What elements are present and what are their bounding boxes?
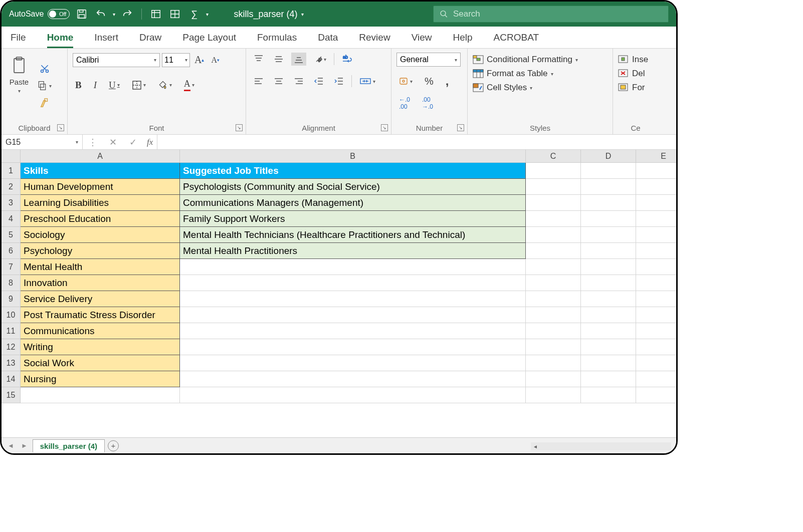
column-header-D[interactable]: D xyxy=(581,150,636,163)
select-all-corner[interactable] xyxy=(2,150,21,163)
cell-E14[interactable] xyxy=(636,371,676,387)
number-dialog-launcher[interactable]: ↘ xyxy=(457,124,464,131)
row-header-9[interactable]: 9 xyxy=(2,291,21,307)
cell-B9[interactable] xyxy=(180,291,526,307)
fx-icon[interactable]: fx xyxy=(143,137,157,147)
clipboard-dialog-launcher[interactable]: ↘ xyxy=(57,124,64,131)
cell-B1[interactable]: Suggested Job Titles xyxy=(180,163,526,179)
cell-B4[interactable]: Family Support Workers xyxy=(180,211,526,227)
cell-A4[interactable]: Preschool Education xyxy=(21,211,180,227)
column-header-E[interactable]: E xyxy=(636,150,676,163)
row-header-12[interactable]: 12 xyxy=(2,339,21,355)
cell-D4[interactable] xyxy=(581,211,636,227)
row-header-8[interactable]: 8 xyxy=(2,275,21,291)
font-color-button[interactable]: A▾ xyxy=(181,77,197,93)
format-cells-button[interactable]: For xyxy=(618,81,653,95)
cell-D15[interactable] xyxy=(581,387,636,403)
cell-A14[interactable]: Nursing xyxy=(21,371,180,387)
insert-cells-button[interactable]: Inse xyxy=(618,53,653,67)
fb-more-icon[interactable]: ⋮ xyxy=(83,137,103,148)
cell-D13[interactable] xyxy=(581,355,636,371)
increase-indent-icon[interactable] xyxy=(331,75,346,88)
align-right-icon[interactable] xyxy=(291,75,306,88)
row-header-14[interactable]: 14 xyxy=(2,371,21,387)
cell-A2[interactable]: Human Development xyxy=(21,179,180,195)
number-format-select[interactable]: General▾ xyxy=(396,53,461,67)
cell-C2[interactable] xyxy=(526,179,581,195)
conditional-formatting-button[interactable]: Conditional Formatting▾ xyxy=(473,53,608,67)
copy-icon[interactable]: ▾ xyxy=(35,79,54,92)
tab-data[interactable]: Data xyxy=(318,32,338,48)
align-left-icon[interactable] xyxy=(251,75,266,88)
bold-button[interactable]: B xyxy=(73,78,84,92)
search-input[interactable] xyxy=(453,9,662,19)
row-header-6[interactable]: 6 xyxy=(2,243,21,259)
cell-E6[interactable] xyxy=(636,243,676,259)
cell-D11[interactable] xyxy=(581,323,636,339)
decrease-decimal-icon[interactable]: .00→.0 xyxy=(420,95,436,112)
redo-icon[interactable] xyxy=(120,7,134,21)
cancel-formula-icon[interactable]: ✕ xyxy=(103,137,123,148)
cell-E12[interactable] xyxy=(636,339,676,355)
row-header-5[interactable]: 5 xyxy=(2,227,21,243)
cell-A1[interactable]: Skills xyxy=(21,163,180,179)
font-name-select[interactable]: Calibri▾ xyxy=(73,53,160,67)
align-top-icon[interactable] xyxy=(251,53,266,66)
enter-formula-icon[interactable]: ✓ xyxy=(123,137,143,148)
row-header-7[interactable]: 7 xyxy=(2,259,21,275)
spreadsheet-grid[interactable]: ABCDE 123456789101112131415 SkillsSugges… xyxy=(2,150,676,436)
cell-E2[interactable] xyxy=(636,179,676,195)
cell-D1[interactable] xyxy=(581,163,636,179)
underline-button[interactable]: U▾ xyxy=(106,78,122,92)
italic-button[interactable]: I xyxy=(91,78,99,92)
cell-E10[interactable] xyxy=(636,307,676,323)
tab-acrobat[interactable]: ACROBAT xyxy=(494,32,539,48)
qat-icon-2[interactable] xyxy=(168,7,182,21)
horizontal-scrollbar[interactable] xyxy=(531,442,671,450)
cell-E5[interactable] xyxy=(636,227,676,243)
cell-E3[interactable] xyxy=(636,195,676,211)
increase-font-icon[interactable]: A▴ xyxy=(192,53,207,67)
sheet-nav-prev-icon[interactable]: ◄ xyxy=(6,442,16,449)
row-header-4[interactable]: 4 xyxy=(2,211,21,227)
paste-button[interactable]: Paste ▾ xyxy=(7,53,32,118)
align-middle-icon[interactable] xyxy=(271,53,286,66)
cell-A8[interactable]: Innovation xyxy=(21,275,180,291)
cell-D5[interactable] xyxy=(581,227,636,243)
cell-A10[interactable]: Post Traumatic Stress Disorder xyxy=(21,307,180,323)
fill-color-button[interactable]: ▾ xyxy=(155,79,174,92)
cell-C8[interactable] xyxy=(526,275,581,291)
accounting-format-icon[interactable]: ▾ xyxy=(396,75,415,87)
column-header-B[interactable]: B xyxy=(180,150,526,163)
cell-B6[interactable]: Mental Health Practitioners xyxy=(180,243,526,259)
add-sheet-button[interactable]: + xyxy=(108,440,119,451)
cut-icon[interactable] xyxy=(35,62,54,75)
row-header-1[interactable]: 1 xyxy=(2,163,21,179)
decrease-font-icon[interactable]: A▾ xyxy=(209,54,222,66)
cell-C4[interactable] xyxy=(526,211,581,227)
cell-B5[interactable]: Mental Health Technicians (Healthcare Pr… xyxy=(180,227,526,243)
decrease-indent-icon[interactable] xyxy=(311,75,326,88)
cell-A6[interactable]: Psychology xyxy=(21,243,180,259)
save-icon[interactable] xyxy=(75,7,89,21)
delete-cells-button[interactable]: Del xyxy=(618,67,653,81)
toggle-switch[interactable]: Off xyxy=(48,9,70,19)
alignment-dialog-launcher[interactable]: ↘ xyxy=(381,124,388,131)
formula-input[interactable] xyxy=(157,135,676,149)
autosum-icon[interactable]: ∑ xyxy=(187,7,201,21)
orientation-icon[interactable]: ab▾ xyxy=(311,53,329,66)
cell-B10[interactable] xyxy=(180,307,526,323)
cell-C14[interactable] xyxy=(526,371,581,387)
sheet-tab-active[interactable]: skills_parser (4) xyxy=(33,439,105,452)
font-size-select[interactable]: 11▾ xyxy=(162,53,190,67)
row-header-10[interactable]: 10 xyxy=(2,307,21,323)
sheet-nav-next-icon[interactable]: ► xyxy=(19,442,30,449)
align-bottom-icon[interactable] xyxy=(291,53,306,66)
cell-D9[interactable] xyxy=(581,291,636,307)
cell-C1[interactable] xyxy=(526,163,581,179)
cell-E11[interactable] xyxy=(636,323,676,339)
tab-formulas[interactable]: Formulas xyxy=(257,32,297,48)
cell-B12[interactable] xyxy=(180,339,526,355)
cell-E8[interactable] xyxy=(636,275,676,291)
increase-decimal-icon[interactable]: ←.0.00 xyxy=(396,95,413,112)
